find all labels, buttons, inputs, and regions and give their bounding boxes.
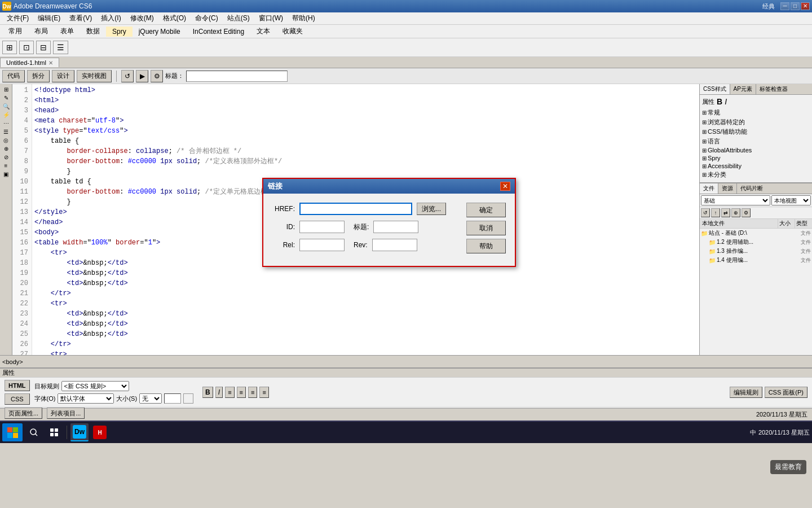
left-icon-4[interactable]: ⚡ xyxy=(2,111,11,119)
left-icon-5[interactable]: ⋯ xyxy=(2,119,10,128)
tab-text[interactable]: 文本 xyxy=(250,25,276,37)
bold-btn[interactable]: B xyxy=(202,387,213,398)
expand-icon-lang[interactable]: ⊞ xyxy=(702,138,707,144)
toolbar-icon-2[interactable]: ⊡ xyxy=(19,41,34,54)
split-view-btn[interactable]: 拆分 xyxy=(27,70,50,82)
minimize-button[interactable]: ─ xyxy=(780,2,789,10)
browse-button[interactable]: 浏览... xyxy=(417,203,446,215)
css-btn[interactable]: CSS xyxy=(5,393,30,405)
tab-spry[interactable]: Spry xyxy=(106,27,133,37)
tab-favorites[interactable]: 收藏夹 xyxy=(276,25,309,37)
menu-window[interactable]: 窗口(W) xyxy=(254,12,288,24)
html-btn[interactable]: HTML xyxy=(5,380,30,391)
title-input[interactable] xyxy=(186,71,288,82)
rev-input[interactable] xyxy=(372,239,417,251)
expand-icon-browser[interactable]: ⊞ xyxy=(702,119,707,125)
menu-edit[interactable]: 编辑(E) xyxy=(33,12,65,24)
confirm-button[interactable]: 确定 xyxy=(466,203,506,217)
left-icon-9[interactable]: ⊘ xyxy=(3,153,10,161)
preview-btn[interactable]: ▶ xyxy=(136,70,148,82)
menu-modify[interactable]: 修改(M) xyxy=(126,12,158,24)
left-icon-1[interactable]: ⊞ xyxy=(3,85,10,94)
taskbar-unknown[interactable]: H xyxy=(91,423,109,441)
snippet-tab[interactable]: 代码片断 xyxy=(737,183,766,194)
doc-tab-close-icon[interactable]: ✕ xyxy=(48,60,53,66)
target-rule-select[interactable]: <新 CSS 规则> xyxy=(61,381,129,391)
menu-view[interactable]: 查看(V) xyxy=(65,12,96,24)
align-right-btn[interactable]: ≡ xyxy=(248,387,257,398)
align-justify-btn[interactable]: ≡ xyxy=(259,387,268,398)
href-input[interactable] xyxy=(299,203,412,215)
file-tree-item-3[interactable]: 📁 1.4 使用编... 文件 xyxy=(700,256,812,265)
doc-tab-untitled[interactable]: Untitled-1.html ✕ xyxy=(0,58,59,67)
refresh-file-btn[interactable]: ↺ xyxy=(701,208,710,217)
sync-btn[interactable]: ⇄ xyxy=(721,208,730,217)
expand-icon-global[interactable]: ⊞ xyxy=(702,147,707,154)
right-tab-inspector[interactable]: 标签检查器 xyxy=(756,84,791,94)
live-view-btn[interactable]: 实时视图 xyxy=(77,70,112,82)
taskbar-search[interactable] xyxy=(25,423,43,441)
menu-command[interactable]: 命令(C) xyxy=(191,12,223,24)
file-tab[interactable]: 文件 xyxy=(700,183,718,194)
list-item-btn[interactable]: 列表项目... xyxy=(47,408,85,419)
tab-layout[interactable]: 布局 xyxy=(28,25,54,37)
up-btn[interactable]: ↑ xyxy=(711,208,720,217)
site-dropdown[interactable]: 基础 xyxy=(701,195,770,205)
italic-btn[interactable]: I xyxy=(215,387,223,398)
tab-incontext-editing[interactable]: InContext Editing xyxy=(187,27,250,37)
file-tree-item-2[interactable]: 📁 1.3 操作编... 文件 xyxy=(700,247,812,256)
debug-btn[interactable]: ⚙ xyxy=(151,70,163,82)
view-dropdown[interactable]: 本地视图 xyxy=(771,195,811,205)
menu-file[interactable]: 文件(F) xyxy=(2,12,33,24)
menu-help[interactable]: 帮助(H) xyxy=(288,12,320,24)
tab-jquery-mobile[interactable]: jQuery Mobile xyxy=(133,27,187,37)
font-select[interactable]: 默认字体 xyxy=(58,393,114,404)
align-center-btn[interactable]: ≡ xyxy=(237,387,246,398)
color-swatch[interactable] xyxy=(183,393,193,404)
menu-insert[interactable]: 插入(I) xyxy=(96,12,125,24)
taskbar-task-view[interactable] xyxy=(45,423,63,441)
left-icon-8[interactable]: ⊕ xyxy=(3,144,10,153)
left-icon-10[interactable]: ≡ xyxy=(3,161,9,170)
refresh-btn[interactable]: ↺ xyxy=(121,70,134,82)
settings-btn[interactable]: ⚙ xyxy=(742,208,751,217)
dialog-close-button[interactable]: ✕ xyxy=(500,182,510,191)
code-view-btn[interactable]: 代码 xyxy=(2,70,25,82)
maximize-button[interactable]: □ xyxy=(791,2,800,10)
expand-icon-css[interactable]: ⊞ xyxy=(702,129,707,135)
expand-icon-spry[interactable]: ⊞ xyxy=(702,155,707,161)
link-dialog[interactable]: 链接 ✕ HREF: 浏览... ID: 标题: xyxy=(262,178,516,267)
size-select[interactable]: 无 xyxy=(139,393,162,404)
close-button[interactable]: ✕ xyxy=(801,2,810,10)
left-icon-6[interactable]: ☰ xyxy=(2,128,10,136)
left-icon-2[interactable]: ✎ xyxy=(3,94,10,102)
left-icon-3[interactable]: 🔍 xyxy=(2,102,11,111)
id-input[interactable] xyxy=(299,221,345,233)
menu-format[interactable]: 格式(O) xyxy=(158,12,191,24)
start-button[interactable] xyxy=(2,423,23,441)
toolbar-icon-3[interactable]: ⊟ xyxy=(36,41,51,54)
page-props-btn[interactable]: 页面属性... xyxy=(5,408,42,419)
right-tab-ap[interactable]: AP元素 xyxy=(730,84,756,94)
css-panel-btn[interactable]: CSS 面板(P) xyxy=(765,387,807,398)
help-button[interactable]: 帮助 xyxy=(466,239,506,253)
expand-icon-accessibility[interactable]: ⊞ xyxy=(702,163,707,169)
expand-icon-regular[interactable]: ⊞ xyxy=(702,110,707,116)
tab-data[interactable]: 数据 xyxy=(80,25,106,37)
title-input[interactable] xyxy=(373,221,418,233)
edit-rule-btn[interactable]: 编辑规则 xyxy=(730,387,762,398)
right-tab-css[interactable]: CSS样式 xyxy=(700,84,730,94)
resource-tab[interactable]: 资源 xyxy=(718,183,737,194)
left-icon-7[interactable]: ◎ xyxy=(2,136,10,144)
tab-form[interactable]: 表单 xyxy=(54,25,80,37)
file-tree-item-1[interactable]: 📁 1.2 使用辅助... 文件 xyxy=(700,238,812,247)
taskbar-dw[interactable]: Dw xyxy=(70,423,89,441)
rel-input[interactable] xyxy=(299,239,345,251)
design-view-btn[interactable]: 设计 xyxy=(52,70,74,82)
menu-site[interactable]: 站点(S) xyxy=(223,12,254,24)
align-left-btn[interactable]: ≡ xyxy=(225,387,234,398)
connect-btn[interactable]: ⊕ xyxy=(731,208,740,217)
toolbar-icon-4[interactable]: ☰ xyxy=(53,41,68,54)
toolbar-icon-1[interactable]: ⊞ xyxy=(2,41,17,54)
file-tree-root[interactable]: 📁 站点 - 基础 (D:\ 文件 xyxy=(700,229,812,238)
